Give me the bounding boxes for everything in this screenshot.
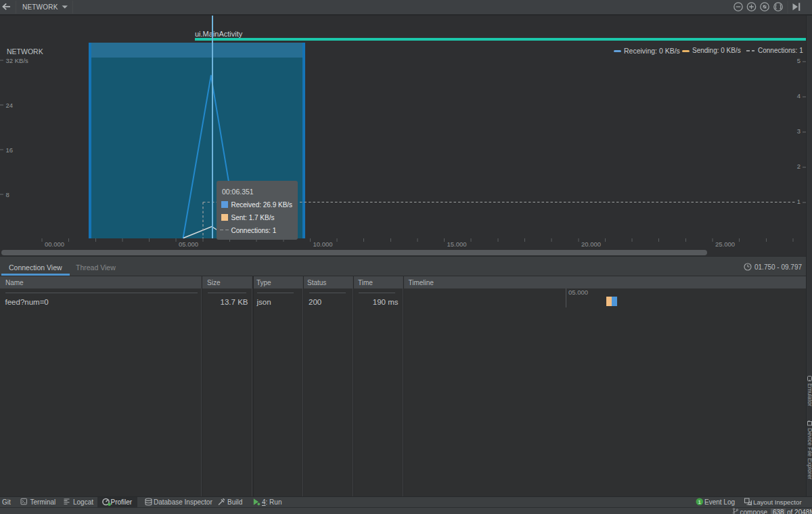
svg-text:1: 1	[698, 499, 702, 505]
